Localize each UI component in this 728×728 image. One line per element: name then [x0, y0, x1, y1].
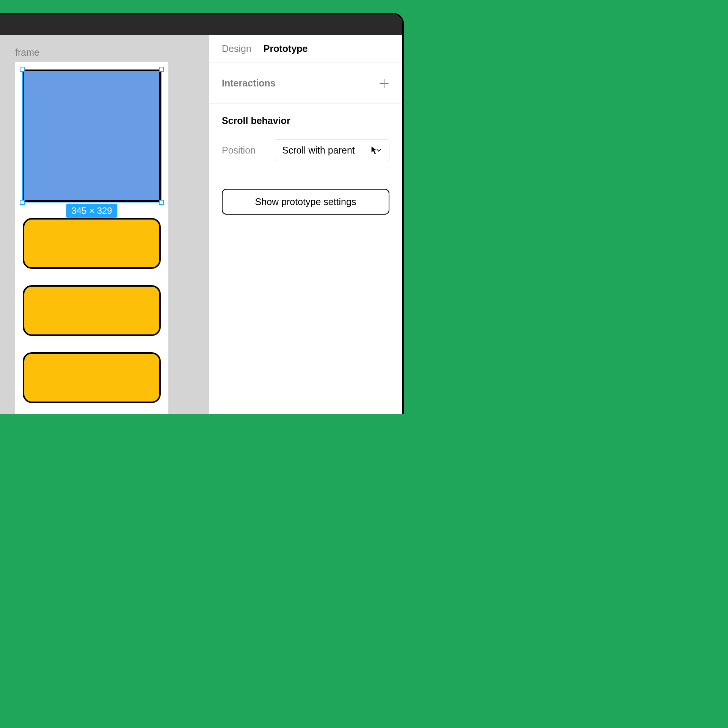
yellow-rectangle[interactable]: [23, 285, 161, 336]
tab-design[interactable]: Design: [222, 43, 251, 54]
position-dropdown-value: Scroll with parent: [282, 145, 355, 156]
panel-tabs: Design Prototype: [209, 35, 402, 63]
position-label: Position: [222, 145, 257, 156]
yellow-rectangle[interactable]: [23, 218, 161, 269]
show-settings-section: Show prototype settings: [222, 189, 389, 215]
dimensions-badge: 345 × 329: [66, 204, 117, 218]
position-row: Position Scroll with parent: [222, 139, 389, 161]
blue-rectangle[interactable]: [23, 70, 161, 202]
tab-prototype[interactable]: Prototype: [264, 43, 308, 54]
show-prototype-settings-button[interactable]: Show prototype settings: [222, 189, 389, 215]
scroll-behavior-section: Scroll behavior Position Scroll with par…: [209, 104, 402, 175]
scroll-behavior-title: Scroll behavior: [222, 115, 389, 126]
yellow-rectangle[interactable]: [23, 352, 161, 403]
window-titlebar: [0, 14, 402, 35]
properties-panel: Design Prototype Interactions Scroll beh…: [209, 35, 402, 414]
selected-layer[interactable]: 345 × 329: [23, 70, 161, 202]
frame-label[interactable]: frame: [15, 47, 39, 58]
position-dropdown[interactable]: Scroll with parent: [275, 139, 389, 161]
interactions-title: Interactions: [222, 78, 276, 89]
canvas[interactable]: frame 345 × 329: [0, 35, 209, 414]
add-interaction-icon[interactable]: [379, 78, 389, 89]
app-window: frame 345 × 329: [0, 13, 404, 414]
content-area: frame 345 × 329: [0, 35, 402, 414]
chevron-down-icon: [375, 147, 382, 154]
frame[interactable]: 345 × 329: [15, 62, 168, 414]
interactions-section: Interactions: [209, 63, 402, 104]
